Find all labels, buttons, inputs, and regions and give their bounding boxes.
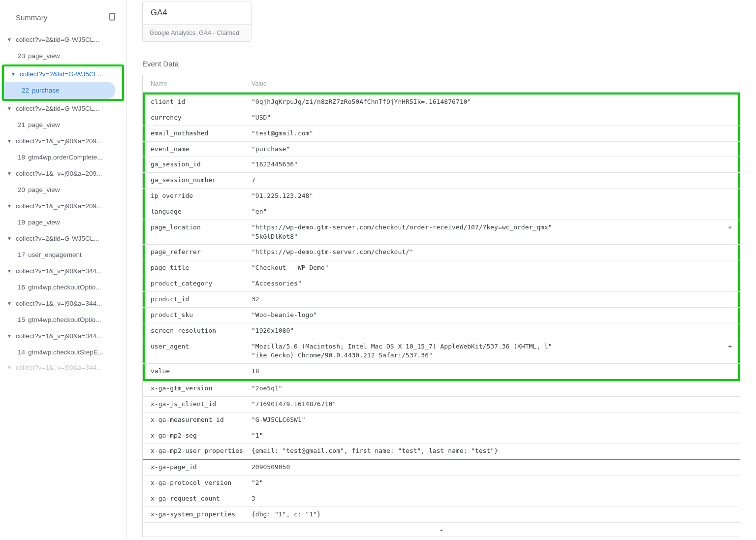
request-item[interactable]: 18gtm4wp.orderComplete... [0,149,119,166]
table-row[interactable]: client_id"0qjhJgKrpuJg/zi/n8zRZ7zRo50AfC… [143,93,740,110]
row-name: ip_override [151,191,252,201]
request-item-label: user_engagement [28,251,82,258]
table-row[interactable]: ga_session_number7 [143,173,740,189]
row-value: "Woo-beanie-logo" [252,311,732,320]
table-row[interactable]: product_category"Accessories" [143,276,740,292]
request-group-header[interactable]: ▼collect?v=1&_v=j90&a=209... [0,198,126,214]
request-item[interactable]: 15gtm4wp.checkoutOptio... [0,311,119,328]
table-row[interactable]: x-ga-page_id2090509050 [143,460,740,476]
table-row[interactable]: page_referrer"https://wp-demo.gtm-server… [143,245,740,260]
clear-summary-icon[interactable] [107,12,117,23]
caret-down-icon: ▼ [7,333,12,339]
request-item-number: 23 [18,52,25,60]
row-name: product_id [151,295,252,304]
table-row[interactable]: x-ga-protocol_version"2" [143,476,740,491]
row-value: {email: "test@gmail.com", first_name: "t… [252,446,732,456]
request-group-header[interactable]: ▼collect?v=1&_v=j90&a=344... [0,328,126,344]
row-name: client_id [151,97,252,107]
request-group-header[interactable]: ▼collect?v=2&tid=G-WJ5CL... [0,32,126,47]
table-row[interactable]: x-ga-system_properties{dbg: "1", c: "1"} [143,507,740,523]
request-group-header[interactable]: ▼collect?v=1&_v=j90&a=209... [0,166,126,181]
request-url: collect?v=2&tid=G-WJ5CL... [16,235,99,242]
event-data-table: Name Value client_id"0qjhJgKrpuJg/zi/n8z… [142,75,740,523]
request-group-header[interactable]: ▼collect?v=1&_v=j90&a=209... [0,133,126,149]
table-row[interactable]: product_sku"Woo-beanie-logo" [143,308,740,323]
row-name: x-ga-protocol_version [151,478,252,488]
request-group-header[interactable]: ▼collect?v=2&tid=G-WJ5CL... [4,66,122,82]
request-item[interactable]: 21page_view [0,116,119,133]
table-row[interactable]: currency"USD" [143,110,740,126]
tag-subtitle: Google Analytics: GA4 - Claimed [143,24,251,41]
row-value: "purchase" [252,145,732,154]
row-value: "2" [252,478,732,488]
concat-plus-icon: + [721,342,732,351]
request-item-label: purchase [32,87,60,94]
request-item-number: 16 [18,284,25,291]
collapse-button[interactable] [142,523,740,537]
caret-down-icon: ▼ [7,301,12,306]
header-value: Value [252,80,732,87]
table-header: Name Value [143,75,740,93]
table-row[interactable]: event_name"purchase" [143,142,740,158]
request-item[interactable]: 16gtm4wp.checkoutOptio... [0,279,119,296]
row-value: "Mozilla/5.0 (Macintosh; Intel Mac OS X … [252,342,732,361]
request-item[interactable]: 22purchase [4,82,115,99]
request-item-label: page_view [28,219,60,226]
table-row[interactable]: value18 [143,364,740,381]
table-row[interactable]: language"en" [143,204,740,220]
sidebar-header: Summary [0,0,126,32]
caret-down-icon: ▼ [7,268,12,274]
table-row[interactable]: screen_resolution"1920x1080" [143,323,740,339]
table-row[interactable]: ga_session_id"1622445636" [143,157,740,173]
row-name: x-ga-measurement_id [151,415,252,425]
caret-down-icon: ▼ [7,365,12,370]
row-name: x-ga-mp2-seg [151,431,252,441]
request-item-number: 15 [18,316,25,323]
event-data-title: Event Data [142,60,740,68]
table-row[interactable]: user_agent"Mozilla/5.0 (Macintosh; Intel… [143,339,740,364]
table-row[interactable]: x-ga-gtm_version"2oe5q1" [143,381,740,397]
row-name: product_category [151,279,252,288]
request-url: collect?v=1&_v=j90&a=344... [16,332,102,340]
table-row[interactable]: page_location"https://wp-demo.gtm-server… [143,220,740,245]
request-item[interactable]: 23page_view [0,47,119,64]
request-item-label: page_view [28,121,60,128]
row-value: "1622445636" [252,160,732,169]
table-row[interactable]: x-ga-mp2-user_properties{email: "test@gm… [143,444,740,460]
table-row[interactable]: x-ga-js_client_id"716901479.1614876710" [143,397,740,413]
request-item-number: 17 [18,251,25,258]
header-name: Name [151,80,252,87]
table-row[interactable]: ip_override"91.225.123.248" [143,189,740,204]
caret-down-icon: ▼ [7,236,12,241]
row-value: "91.225.123.248" [252,191,732,201]
selected-request-highlight: ▼collect?v=2&tid=G-WJ5CL...22purchase [2,64,124,101]
request-item[interactable]: 17user_engagement [0,246,119,263]
request-group-header[interactable]: ▼collect?v=2&tid=G-WJ5CL... [0,231,126,246]
table-row[interactable]: product_id32 [143,292,740,308]
row-value: 18 [252,367,732,376]
row-name: x-ga-system_properties [151,510,252,519]
table-row[interactable]: x-ga-request_count3 [143,491,740,507]
request-group-header[interactable]: ▼collect?v=1&_v=j90&a=344... [0,296,126,311]
request-url: collect?v=1&_v=j90&a=344... [16,300,102,307]
request-group-header[interactable]: ▼collect?v=1&_v=j90&a=344... [0,263,126,279]
tag-card[interactable]: GA4 Google Analytics: GA4 - Claimed [142,1,252,42]
request-item[interactable]: 19page_view [0,214,119,231]
row-value: 2090509050 [252,463,732,472]
table-row[interactable]: email_nothashed"test@gmail.com" [143,126,740,142]
request-group-header[interactable]: ▼collect?v=2&tid=G-WJ5CL... [0,101,126,116]
table-row[interactable]: x-ga-mp2-seg"1" [143,428,740,444]
row-name: x-ga-mp2-user_properties [151,446,252,456]
request-item[interactable]: 14gtm4wp.checkoutStepE... [0,344,119,361]
row-name: ga_session_number [151,176,252,185]
request-item[interactable]: 20page_view [0,181,119,198]
row-value: "USD" [252,113,732,123]
table-row[interactable]: page_title"Checkout — WP Demo" [143,260,740,276]
caret-down-icon: ▼ [7,138,12,144]
request-group-header[interactable]: ▼collect?v=1&_v=j90&a=344... [0,361,126,375]
caret-down-icon: ▼ [11,71,16,77]
row-name: ga_session_id [151,160,252,169]
table-row[interactable]: x-ga-measurement_id"G-WJ5CLC6SW1" [143,413,740,428]
row-name: product_sku [151,311,252,320]
row-value: "2oe5q1" [252,384,732,393]
